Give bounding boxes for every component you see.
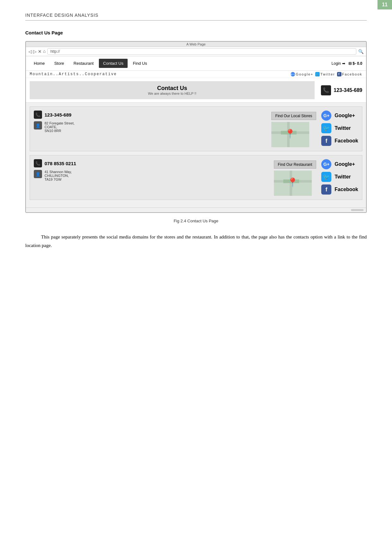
nav-home-btn[interactable]: ⌂ (43, 49, 45, 54)
store-google-social[interactable]: G+ Google+ (321, 111, 358, 121)
contact-phone-header: 📞 123-345-689 (321, 85, 362, 95)
browser-search-icon: 🔍 (358, 49, 364, 54)
browser-scrollbar[interactable] (351, 209, 364, 211)
store-phone: 📞 123-345-689 (34, 111, 266, 119)
restaurant-google-label: Google+ (335, 161, 355, 167)
nav-forward-btn[interactable]: ▷ (33, 49, 37, 54)
nav-back-btn[interactable]: ◁ (28, 49, 32, 54)
nav-item-restaurant[interactable]: Restaurant (69, 59, 98, 68)
restaurant-google-icon: G+ (321, 159, 331, 169)
contact-phone-number: 123-345-689 (334, 87, 362, 93)
store-twitter-label: Twitter (335, 125, 351, 131)
restaurant-google-social[interactable]: G+ Google+ (321, 159, 358, 169)
store-card: 📞 123-345-689 👤 82 Foregate Street, COAT… (30, 106, 362, 151)
site-subtitle-bar: Mountain..Artists..Cooperative G+ Google… (26, 71, 366, 78)
store-twitter-icon: 🐦 (321, 123, 331, 133)
store-find-area: Find Our Local Stores 📍 (271, 111, 317, 147)
restaurant-find-area: Find Our Restaurant 📍 (274, 159, 317, 196)
store-facebook-label: Facebook (335, 138, 358, 144)
browser-scrollbar-area (26, 208, 366, 212)
store-address-text: 82 Foregate Street, COATE, SN10 8RR (45, 121, 75, 133)
browser-tab-bar: A Web Page (26, 42, 366, 47)
restaurant-address-text: 41 Shannon Way, CHILLINGTON, TA19 7GW (45, 170, 72, 181)
store-addr-line2: COATE, (45, 125, 75, 129)
restaurant-phone-icon: 📞 (34, 159, 42, 167)
restaurant-twitter-label: Twitter (335, 174, 351, 180)
doc-header-text: INTERFACE DESIGN ANALYSIS (25, 13, 99, 18)
site-nav: Home Store Restaurant Contact Us Find Us… (26, 56, 366, 71)
browser-address-bar: ◁ ▷ ✕ ⌂ 🔍 (26, 47, 366, 56)
nav-item-home[interactable]: Home (30, 59, 49, 68)
facebook-icon-sm: f (337, 72, 341, 76)
twitter-label-sm: Twitter (320, 72, 335, 76)
store-google-label: Google+ (335, 113, 355, 118)
restaurant-address: 👤 41 Shannon Way, CHILLINGTON, TA19 7GW (34, 170, 269, 181)
section-title: Contact Us Page (25, 30, 367, 35)
browser-mockup: A Web Page ◁ ▷ ✕ ⌂ 🔍 Home Store Restaura… (25, 41, 367, 213)
store-facebook-icon: f (321, 136, 331, 146)
browser-nav-buttons: ◁ ▷ ✕ ⌂ (28, 49, 45, 54)
restaurant-card: 📞 078 8535 0211 👤 41 Shannon Way, CHILLI… (30, 155, 362, 200)
restaurant-info: 📞 078 8535 0211 👤 41 Shannon Way, CHILLI… (34, 159, 269, 181)
store-phone-icon: 📞 (34, 111, 42, 119)
site-subtitle-text: Mountain..Artists..Cooperative (30, 72, 117, 76)
store-person-icon: 👤 (34, 121, 42, 129)
twitter-icon-sm: 🐦 (315, 72, 320, 76)
store-info: 📞 123-345-689 👤 82 Foregate Street, COAT… (34, 111, 266, 133)
nav-item-findus[interactable]: Find Us (129, 59, 151, 68)
nav-item-contact[interactable]: Contact Us (99, 59, 127, 68)
store-map-pin: 📍 (285, 129, 296, 138)
restaurant-twitter-social[interactable]: 🐦 Twitter (321, 172, 358, 182)
login-label: Login (332, 61, 341, 66)
login-arrow-icon: ➡ (342, 61, 345, 66)
store-address: 👤 82 Foregate Street, COATE, SN10 8RR (34, 121, 266, 133)
restaurant-twitter-icon: 🐦 (321, 172, 331, 182)
main-content: 📞 123-345-689 👤 82 Foregate Street, COAT… (26, 103, 366, 208)
restaurant-social-column: G+ Google+ 🐦 Twitter f Facebook (321, 159, 358, 195)
social-links-header: G+ Google+ 🐦 Twitter f Facebook (291, 72, 362, 76)
store-twitter-social[interactable]: 🐦 Twitter (321, 123, 358, 133)
nav-item-store[interactable]: Store (50, 59, 68, 68)
store-social-column: G+ Google+ 🐦 Twitter f Facebook (321, 111, 358, 146)
figure-caption: Fig 2.4 Contact Us Page (25, 219, 367, 223)
store-facebook-social[interactable]: f Facebook (321, 136, 358, 146)
restaurant-addr-line1: 41 Shannon Way, (45, 170, 72, 174)
find-local-stores-button[interactable]: Find Our Local Stores (271, 112, 317, 120)
contact-title-block: Contact Us We are always there to HELP !… (30, 81, 315, 99)
google-social-small[interactable]: G+ Google+ (291, 72, 313, 76)
find-restaurant-button[interactable]: Find Our Restaurant (274, 160, 317, 169)
nav-right: Login ➡ ⊟ $- 0.0 (332, 61, 362, 66)
browser-tab-label: A Web Page (186, 42, 206, 46)
restaurant-addr-line3: TA19 7GW (45, 178, 72, 181)
store-google-icon: G+ (321, 111, 331, 121)
google-icon-sm: G+ (291, 72, 295, 76)
login-button[interactable]: Login ➡ (332, 61, 345, 66)
contact-page-title: Contact Us (33, 85, 311, 92)
google-label-sm: Google+ (296, 72, 313, 76)
nav-close-btn[interactable]: ✕ (38, 49, 42, 54)
restaurant-phone: 📞 078 8535 0211 (34, 159, 269, 167)
twitter-social-small[interactable]: 🐦 Twitter (315, 72, 335, 76)
store-addr-line3: SN10 8RR (45, 129, 75, 133)
store-addr-line1: 82 Foregate Street, (45, 121, 75, 125)
restaurant-map-pin: 📍 (287, 178, 298, 187)
restaurant-addr-line2: CHILLINGTON, (45, 174, 72, 178)
doc-header: INTERFACE DESIGN ANALYSIS (25, 13, 367, 21)
body-paragraph: This page separately presents the social… (25, 233, 367, 250)
restaurant-map: 📍 (274, 171, 312, 196)
cart-info[interactable]: ⊟ $- 0.0 (348, 61, 362, 66)
contact-header-section: Contact Us We are always there to HELP !… (26, 78, 366, 103)
store-phone-number: 123-345-689 (45, 112, 71, 117)
url-input[interactable] (47, 48, 356, 55)
restaurant-facebook-label: Facebook (335, 187, 358, 192)
restaurant-phone-number: 078 8535 0211 (45, 161, 76, 166)
contact-page-subtitle: We are always there to HELP !! (33, 92, 311, 95)
restaurant-facebook-icon: f (321, 184, 331, 195)
store-map: 📍 (271, 122, 309, 147)
website-content: Home Store Restaurant Contact Us Find Us… (26, 56, 366, 212)
facebook-label-sm: Facebook (342, 72, 362, 76)
restaurant-person-icon: 👤 (34, 170, 42, 178)
restaurant-facebook-social[interactable]: f Facebook (321, 184, 358, 195)
phone-icon-header: 📞 (321, 85, 331, 95)
facebook-social-small[interactable]: f Facebook (337, 72, 362, 76)
